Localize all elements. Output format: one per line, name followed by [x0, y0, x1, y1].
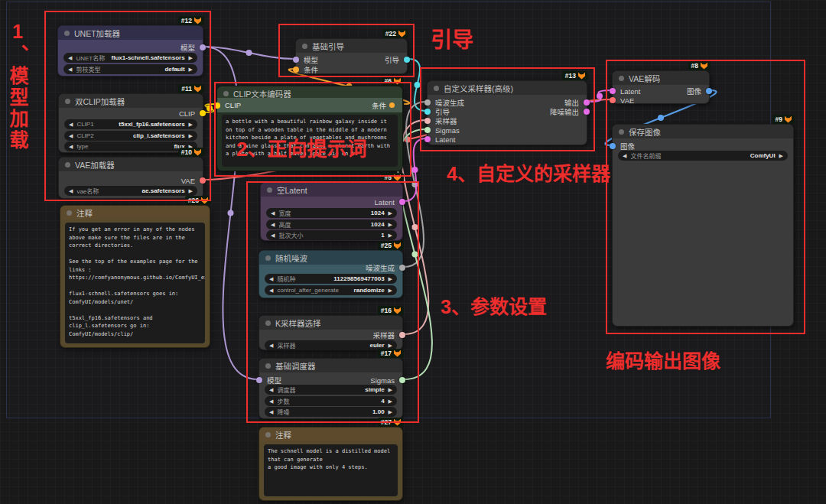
node-title: 注释: [76, 207, 93, 219]
node-header[interactable]: 注释: [259, 428, 402, 441]
node-canvas[interactable]: UNET加载器#12模型◀UNET名称flux1-schnell.safeten…: [0, 0, 826, 504]
annotation-box-2: [214, 82, 411, 177]
annotation-label-1: 1、模型加载: [7, 21, 28, 151]
annotation-label-6: 编码输出图像: [606, 351, 720, 372]
note-schnell-node[interactable]: 注释#27The schnell model is a distilled mo…: [259, 427, 403, 501]
note-directories-text[interactable]: If you get an error in any of the nodes …: [65, 223, 205, 343]
node-title: 注释: [275, 429, 291, 441]
annotation-label-2: 2、正向提示词: [236, 138, 366, 160]
collapse-dot[interactable]: [265, 432, 271, 437]
annotation-box-5: [246, 181, 419, 423]
annotation-box-4: [420, 67, 595, 151]
annotation-box-3: [278, 24, 415, 77]
annotation-box-1: [44, 11, 211, 201]
annotation-box-6: [606, 60, 805, 334]
annotation-label-5: 3、参数设置: [441, 297, 547, 317]
annotation-label-4: 4、自定义的采样器: [447, 164, 610, 184]
node-header[interactable]: 注释: [60, 206, 210, 219]
note-schnell-text[interactable]: The schnell model is a distilled model t…: [264, 444, 398, 496]
collapse-dot[interactable]: [67, 210, 72, 216]
note-directories-node[interactable]: 注释#26If you get an error in any of the n…: [60, 205, 210, 348]
annotation-label-3: 引导: [431, 29, 473, 52]
